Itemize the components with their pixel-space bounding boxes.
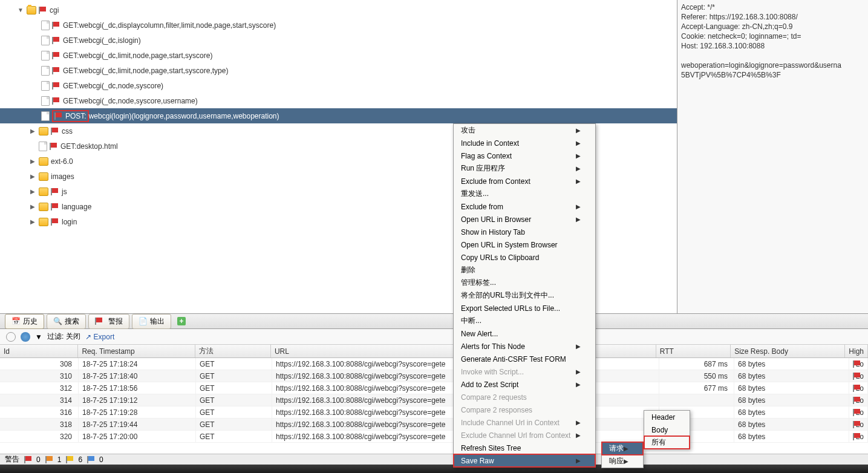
expand-icon[interactable]: ▶ — [29, 188, 36, 195]
menu-item[interactable]: 中断... — [454, 315, 595, 327]
file-icon — [41, 36, 50, 45]
menu-item[interactable]: Include in Context▶ — [454, 137, 595, 149]
flag-icon — [52, 82, 60, 90]
submenu-arrow-icon: ▶ — [576, 432, 581, 439]
filter-bar: ▼ 过滤: 关闭 ↗ Export — [0, 329, 868, 345]
table-row[interactable]: 310 18-7-25 17:18:40 GET https://192.168… — [0, 370, 868, 382]
flag-icon — [51, 218, 59, 226]
tree-item[interactable]: GET:webcgi(_dc,node,syscore,username) — [0, 93, 677, 108]
submenu-arrow-icon: ▶ — [576, 343, 581, 350]
menu-item[interactable]: Export Selected URLs to File... — [454, 302, 595, 315]
table-row[interactable]: 316 18-7-25 17:19:28 GET https://192.168… — [0, 406, 868, 419]
menu-body[interactable]: Body — [644, 423, 690, 436]
flag-icon — [45, 456, 54, 463]
menu-item[interactable]: 将全部的URL导出到文件中... — [454, 289, 595, 302]
tree-item[interactable]: GET:webcgi(_dc,node,syscore) — [0, 78, 677, 93]
menu-item: Exclude Channel Url from Context▶ — [454, 429, 595, 442]
submenu-arrow-icon: ▶ — [576, 381, 581, 388]
menu-item[interactable]: Flag as Context▶ — [454, 149, 595, 162]
expand-icon[interactable]: ▶ — [29, 203, 36, 210]
menu-item[interactable]: Save Raw▶ — [454, 454, 595, 467]
table-row[interactable]: 320 18-7-25 17:20:00 GET https://192.168… — [0, 431, 868, 443]
menu-item: Compare 2 responses — [454, 403, 595, 416]
tab-output[interactable]: 📄输出 — [132, 314, 171, 329]
table-row[interactable]: 314 18-7-25 17:19:12 GET https://192.168… — [0, 394, 868, 406]
file-icon — [41, 81, 50, 91]
menu-item[interactable]: 删除 — [454, 264, 595, 276]
menu-item[interactable]: Exclude from▶ — [454, 200, 595, 213]
tree-item[interactable]: GET:webcgi(_dc,limit,node,page,start,sys… — [0, 48, 677, 63]
submenu-arrow-icon: ▶ — [576, 127, 581, 134]
flag-icon — [52, 22, 60, 29]
table-row[interactable]: 308 18-7-25 17:18:24 GET https://192.168… — [0, 358, 868, 370]
flag-icon — [853, 385, 853, 392]
expand-icon[interactable]: ▶ — [29, 158, 36, 165]
file-icon — [39, 142, 47, 151]
column-rtt[interactable]: RTT — [656, 345, 731, 357]
globe-icon[interactable] — [21, 332, 30, 342]
flag-icon — [87, 456, 96, 463]
status-flag-orange: 1 — [45, 455, 62, 464]
submenu-save-parts: Header Body 所有 — [644, 410, 690, 449]
submenu-arrow-icon: ▶ — [576, 203, 581, 210]
tree-folder-cgi[interactable]: ▼ cgi — [0, 2, 677, 18]
file-icon — [41, 21, 50, 30]
menu-all[interactable]: 所有 — [644, 436, 690, 449]
menu-item[interactable]: Copy URLs to Clipboard — [454, 251, 595, 264]
export-button[interactable]: ↗ Export — [85, 333, 115, 341]
folder-icon — [39, 218, 48, 226]
column-size[interactable]: Size Resp. Body — [731, 345, 845, 357]
submenu-arrow-icon: ▶ — [576, 152, 581, 159]
column-id[interactable]: Id — [0, 345, 78, 357]
expand-icon[interactable]: ▶ — [29, 128, 36, 135]
tab-alerts[interactable]: 警报 — [88, 314, 129, 329]
table-row[interactable]: 312 18-7-25 17:18:56 GET https://192.168… — [0, 382, 868, 394]
menu-item[interactable]: New Alert... — [454, 327, 595, 340]
funnel-icon[interactable]: ▼ — [35, 333, 42, 341]
table-row[interactable]: 318 18-7-25 17:19:44 GET https://192.168… — [0, 419, 868, 431]
menu-item[interactable]: Refresh Sites Tree — [454, 442, 595, 454]
menu-item[interactable]: Generate Anti-CSRF Test FORM — [454, 353, 595, 365]
menu-item[interactable]: Alerts for This Node▶ — [454, 340, 595, 353]
flag-icon — [24, 456, 33, 463]
menu-header[interactable]: Header — [644, 411, 690, 423]
menu-request[interactable]: 请求▶ — [602, 442, 643, 455]
menu-item[interactable]: Run 应用程序▶ — [454, 162, 595, 175]
add-tab-button[interactable]: + — [174, 316, 189, 327]
menu-item[interactable]: Exclude from Context▶ — [454, 175, 595, 188]
tree-item[interactable]: GET:webcgi(_dc,displaycolumn,filter,limi… — [0, 18, 677, 33]
submenu-arrow-icon: ▶ — [576, 140, 581, 146]
menu-item[interactable]: 管理标签... — [454, 276, 595, 289]
os-taskbar — [0, 465, 868, 473]
menu-item[interactable]: 攻击▶ — [454, 124, 595, 137]
expand-icon[interactable]: ▶ — [29, 173, 36, 180]
tree-item[interactable]: GET:webcgi(_dc,islogin) — [0, 33, 677, 48]
menu-item[interactable]: 重发送... — [454, 188, 595, 200]
menu-item[interactable]: Show in History Tab — [454, 226, 595, 238]
column-method[interactable]: 方法 — [195, 345, 271, 357]
menu-item[interactable]: Open URL in System Browser — [454, 238, 595, 251]
column-timestamp[interactable]: Req. Timestamp — [78, 345, 195, 357]
plus-icon: + — [177, 317, 186, 325]
tab-history[interactable]: 📅历史 — [5, 314, 44, 329]
highlight-box: POST: — [52, 110, 89, 122]
filter-label[interactable]: 过滤: 关闭 — [47, 331, 80, 342]
flag-icon — [54, 113, 63, 120]
menu-response[interactable]: 响应▶ — [602, 455, 643, 468]
folder-icon — [39, 172, 48, 181]
expand-icon[interactable]: ▶ — [29, 218, 36, 226]
target-icon[interactable] — [6, 332, 16, 342]
menu-item: Invoke with Script...▶ — [454, 365, 595, 378]
flag-icon — [853, 421, 853, 428]
tree-item-selected[interactable]: POST: webcgi(login)(logignore,password,u… — [0, 108, 677, 123]
status-flag-yellow: 6 — [66, 455, 82, 464]
submenu-arrow-icon: ▶ — [576, 368, 581, 375]
request-headers-panel: Accept: */* Referer: https://192.168.3.1… — [677, 0, 868, 313]
tree-item[interactable]: GET:webcgi(_dc,limit,node,page,start,sys… — [0, 63, 677, 78]
menu-item[interactable]: Add to Zest Script▶ — [454, 378, 595, 391]
column-high[interactable]: High — [845, 345, 868, 357]
menu-item[interactable]: Open URL in Browser▶ — [454, 213, 595, 226]
folder-icon — [27, 6, 36, 15]
tab-search[interactable]: 🔍搜索 — [47, 314, 86, 329]
collapse-icon[interactable]: ▼ — [17, 7, 24, 14]
